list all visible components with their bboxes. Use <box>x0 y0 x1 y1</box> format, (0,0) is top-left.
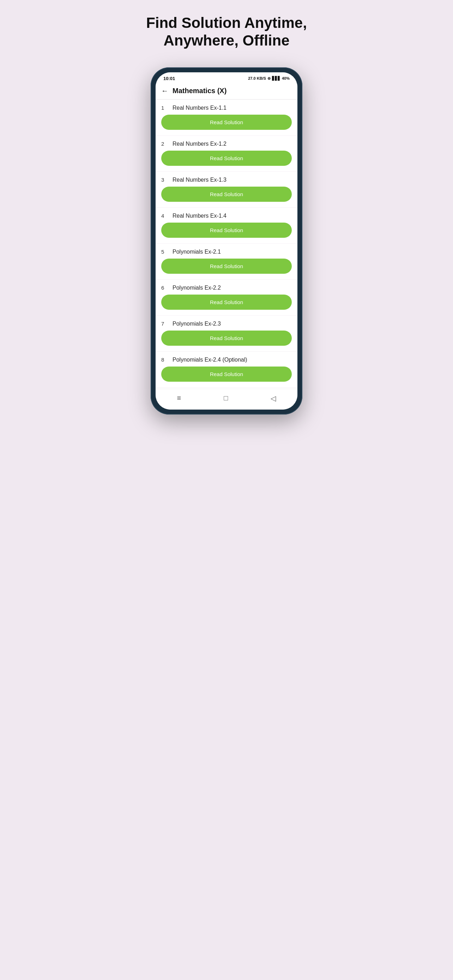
item-label: Real Numbers Ex-1.1 <box>173 105 227 111</box>
list-item: 3Real Numbers Ex-1.3Read Solution <box>156 172 297 207</box>
signal-icon: ▋▋▋ <box>272 76 280 81</box>
item-number: 8 <box>161 356 168 363</box>
read-solution-button[interactable]: Read Solution <box>161 294 292 310</box>
item-number: 7 <box>161 321 168 327</box>
item-label: Real Numbers Ex-1.2 <box>173 141 227 147</box>
back-nav-icon[interactable]: ◁ <box>270 394 276 402</box>
phone-frame: 10:01 27.0 KB/S ⊜ ▋▋▋ 40% ← Mathematics … <box>151 67 302 415</box>
status-icons: 27.0 KB/S ⊜ ▋▋▋ 40% <box>248 76 290 81</box>
read-solution-button[interactable]: Read Solution <box>161 259 292 274</box>
list-item: 8Polynomials Ex-2.4 (Optional)Read Solut… <box>156 352 297 387</box>
item-number: 6 <box>161 285 168 291</box>
item-header: 1Real Numbers Ex-1.1 <box>161 105 292 111</box>
page-hero-title: Find Solution Anytime, Anywhere, Offline <box>135 14 318 50</box>
item-header: 8Polynomials Ex-2.4 (Optional) <box>161 356 292 363</box>
back-button[interactable]: ← <box>161 87 168 95</box>
kb-indicator: 27.0 KB/S <box>248 76 266 80</box>
item-header: 4Real Numbers Ex-1.4 <box>161 213 292 219</box>
status-time: 10:01 <box>163 76 175 81</box>
menu-icon[interactable]: ≡ <box>177 394 181 402</box>
item-number: 1 <box>161 105 168 111</box>
item-header: 2Real Numbers Ex-1.2 <box>161 141 292 147</box>
status-bar: 10:01 27.0 KB/S ⊜ ▋▋▋ 40% <box>156 72 297 83</box>
item-number: 2 <box>161 141 168 147</box>
list-item: 2Real Numbers Ex-1.2Read Solution <box>156 136 297 172</box>
battery-indicator: 40% <box>282 76 290 80</box>
item-header: 3Real Numbers Ex-1.3 <box>161 177 292 183</box>
item-header: 5Polynomials Ex-2.1 <box>161 249 292 255</box>
read-solution-button[interactable]: Read Solution <box>161 366 292 382</box>
item-number: 4 <box>161 213 168 219</box>
item-header: 6Polynomials Ex-2.2 <box>161 285 292 291</box>
read-solution-button[interactable]: Read Solution <box>161 187 292 202</box>
read-solution-button[interactable]: Read Solution <box>161 115 292 130</box>
item-label: Real Numbers Ex-1.4 <box>173 213 227 219</box>
item-label: Polynomials Ex-2.3 <box>173 321 221 327</box>
item-label: Polynomials Ex-2.4 (Optional) <box>173 356 247 363</box>
screen-title: Mathematics (X) <box>173 87 227 95</box>
bottom-nav: ≡ □ ◁ <box>156 389 297 410</box>
list-item: 6Polynomials Ex-2.2Read Solution <box>156 280 297 315</box>
item-number: 3 <box>161 177 168 183</box>
list-item: 1Real Numbers Ex-1.1Read Solution <box>156 100 297 135</box>
item-header: 7Polynomials Ex-2.3 <box>161 321 292 327</box>
read-solution-button[interactable]: Read Solution <box>161 223 292 238</box>
item-number: 5 <box>161 249 168 255</box>
list-item: 4Real Numbers Ex-1.4Read Solution <box>156 208 297 243</box>
read-solution-button[interactable]: Read Solution <box>161 331 292 346</box>
list-item: 5Polynomials Ex-2.1Read Solution <box>156 244 297 279</box>
home-icon[interactable]: □ <box>224 394 228 402</box>
content-area: 1Real Numbers Ex-1.1Read Solution2Real N… <box>156 99 297 389</box>
read-solution-button[interactable]: Read Solution <box>161 151 292 166</box>
item-label: Polynomials Ex-2.1 <box>173 249 221 255</box>
top-bar: ← Mathematics (X) <box>156 83 297 99</box>
phone-screen: 10:01 27.0 KB/S ⊜ ▋▋▋ 40% ← Mathematics … <box>156 72 297 410</box>
item-label: Polynomials Ex-2.2 <box>173 285 221 291</box>
wifi-icon: ⊜ <box>267 76 270 81</box>
list-item: 7Polynomials Ex-2.3Read Solution <box>156 316 297 352</box>
item-label: Real Numbers Ex-1.3 <box>173 177 227 183</box>
